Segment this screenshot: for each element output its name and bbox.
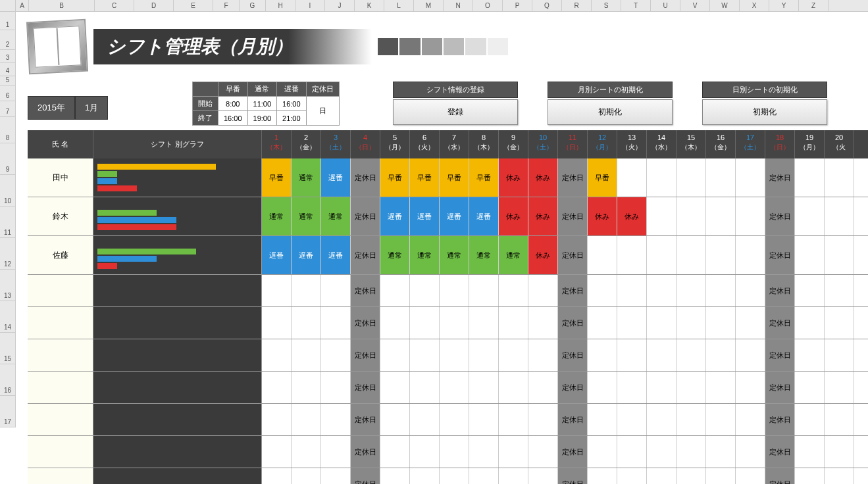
column-headers: ABCDEFGHIJKLMNOPQRSTUVWXYZ [0, 0, 868, 12]
